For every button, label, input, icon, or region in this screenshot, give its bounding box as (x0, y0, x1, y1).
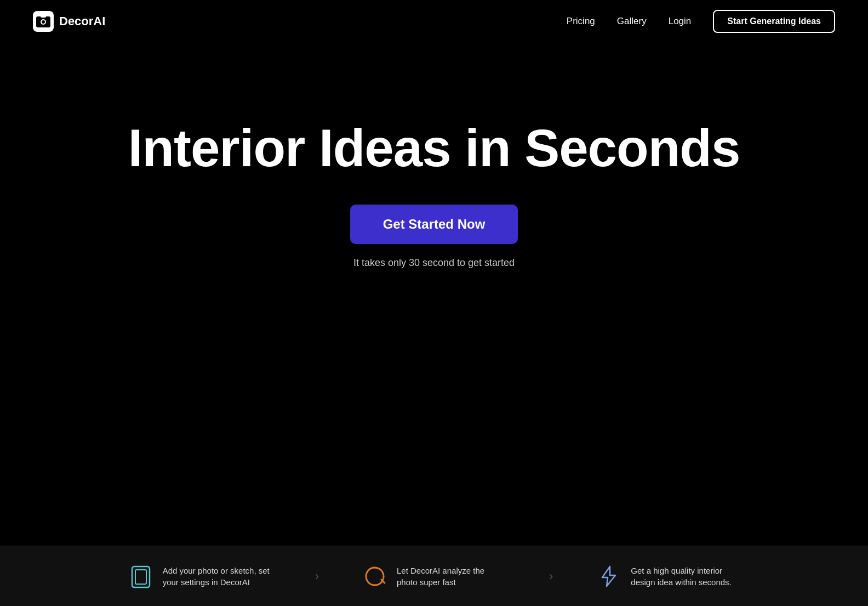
strip-step-3-text: Get a high quality interior design idea … (631, 565, 740, 588)
nav-link-pricing[interactable]: Pricing (567, 16, 595, 27)
nav-link-login[interactable]: Login (669, 16, 692, 27)
strip-step-2-text: Let DecorAI analyze the photo super fast (397, 565, 506, 588)
svg-point-7 (382, 580, 383, 581)
brand-name: DecorAI (59, 14, 105, 29)
hero-subtitle: It takes only 30 second to get started (353, 257, 515, 269)
nav-cta-button[interactable]: Start Generating Ideas (713, 10, 835, 33)
hero-title: Interior Ideas in Seconds (128, 119, 740, 177)
svg-rect-6 (135, 570, 146, 584)
strip-step-3: Get a high quality interior design idea … (558, 563, 778, 590)
logo-icon (33, 11, 54, 32)
hero-section: Interior Ideas in Seconds Get Started No… (0, 42, 868, 313)
strip-arrow-1: › (315, 569, 319, 584)
hero-cta-button[interactable]: Get Started Now (350, 205, 518, 244)
strip-arrow-2: › (549, 569, 553, 584)
strip-step-1-text: Add your photo or sketch, set your setti… (163, 565, 272, 588)
lightning-icon (596, 563, 622, 590)
nav-links: Pricing Gallery Login Start Generating I… (567, 10, 835, 33)
strip-step-2: Let DecorAI analyze the photo super fast (324, 563, 544, 590)
bottom-strip: Add your photo or sketch, set your setti… (0, 546, 868, 606)
navigation: DecorAI Pricing Gallery Login Start Gene… (0, 0, 868, 42)
svg-rect-4 (41, 15, 46, 18)
nav-link-gallery[interactable]: Gallery (617, 16, 647, 27)
logo[interactable]: DecorAI (33, 11, 105, 32)
analyze-icon (362, 563, 388, 590)
svg-point-3 (42, 20, 45, 24)
photo-icon (128, 563, 154, 590)
strip-step-1: Add your photo or sketch, set your setti… (90, 563, 310, 590)
svg-marker-8 (602, 567, 615, 586)
